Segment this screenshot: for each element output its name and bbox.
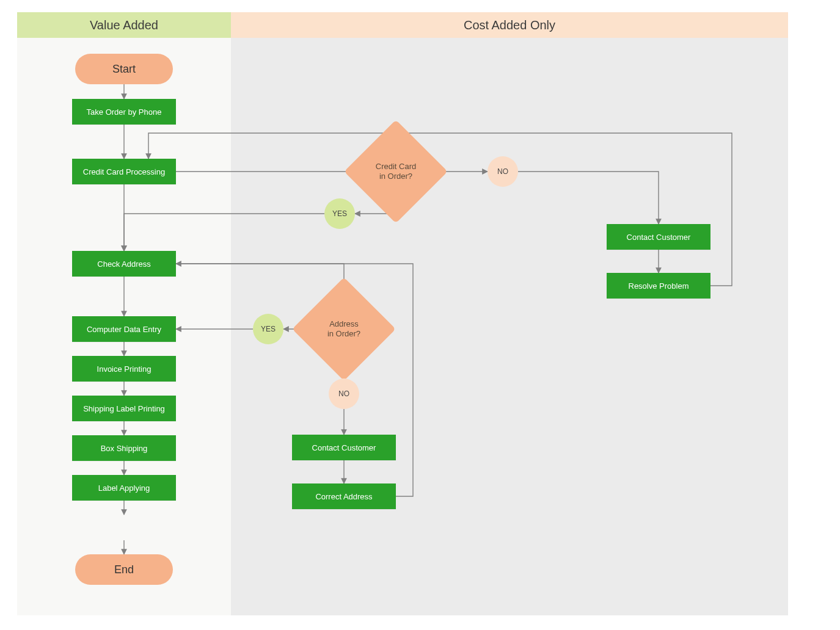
label-no-addr: NO xyxy=(329,378,359,409)
label-yes-addr: YES xyxy=(253,314,283,344)
decision-address: Addressin Order? xyxy=(307,292,381,366)
process-correct-address: Correct Address xyxy=(292,483,396,509)
header-value-added: Value Added xyxy=(17,12,231,38)
label-no-cc: NO xyxy=(488,156,518,187)
label-yes-cc: YES xyxy=(324,198,355,229)
start-node: Start xyxy=(75,54,173,84)
process-invoice: Invoice Printing xyxy=(72,356,176,382)
process-cc-processing: Credit Card Processing xyxy=(72,159,176,184)
process-contact-customer-addr: Contact Customer xyxy=(292,435,396,460)
decision-credit-card: Credit Cardin Order? xyxy=(359,135,433,208)
process-label-applying: Label Applying xyxy=(72,475,176,501)
process-contact-customer-cc: Contact Customer xyxy=(607,224,710,250)
header-cost-added: Cost Added Only xyxy=(231,12,788,38)
process-data-entry: Computer Data Entry xyxy=(72,316,176,342)
process-resolve-problem: Resolve Problem xyxy=(607,273,710,299)
process-ship-label: Shipping Label Printing xyxy=(72,396,176,421)
end-node: End xyxy=(75,554,173,585)
process-box-shipping: Box Shipping xyxy=(72,435,176,461)
process-take-order: Take Order by Phone xyxy=(72,99,176,125)
process-check-address: Check Address xyxy=(72,251,176,277)
